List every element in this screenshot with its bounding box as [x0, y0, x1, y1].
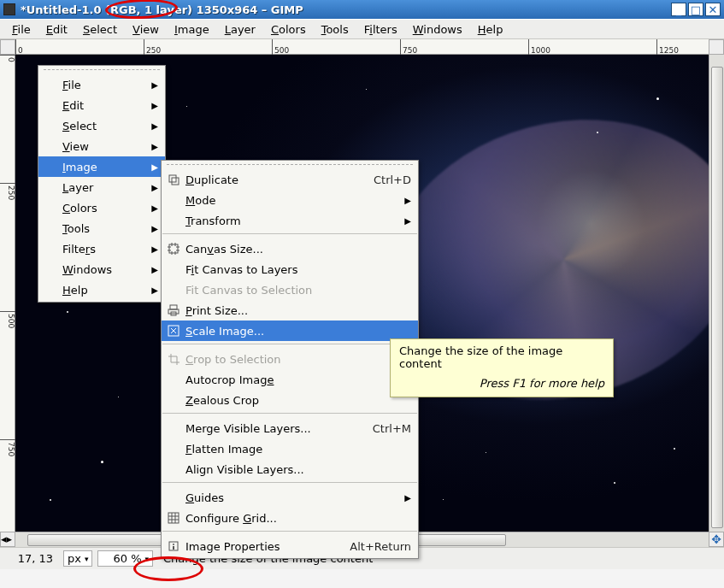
- menu-file[interactable]: File: [5, 21, 38, 38]
- menu-edit[interactable]: Edit: [39, 21, 74, 38]
- menu-item-fit-canvas-to-selection: Fit Canvas to Selection: [162, 279, 418, 300]
- blank-icon: [167, 442, 180, 456]
- blank-icon: [44, 242, 57, 256]
- menu-item-fit-canvas-to-layers[interactable]: Fit Canvas to Layers: [162, 259, 418, 279]
- chevron-right-icon: ▶: [151, 101, 158, 110]
- chevron-right-icon: ▶: [404, 216, 411, 226]
- nav-corner-tr[interactable]: [709, 39, 724, 55]
- menu-item-file[interactable]: File▶: [38, 74, 165, 95]
- menu-item-filters[interactable]: Filters▶: [38, 238, 165, 259]
- menu-item-windows[interactable]: Windows▶: [38, 259, 165, 279]
- menu-item-tools[interactable]: Tools▶: [38, 218, 165, 238]
- menu-item-view[interactable]: View▶: [38, 136, 165, 156]
- menu-item-label: View: [62, 140, 144, 153]
- blank-icon: [167, 393, 180, 407]
- menu-item-mode[interactable]: Mode▶: [162, 190, 418, 210]
- menu-item-label: Filters: [62, 243, 144, 256]
- menu-bar: FileEditSelectViewImageLayerColorsToolsF…: [0, 19, 724, 39]
- blank-icon: [44, 221, 57, 235]
- menu-item-label: Mode: [185, 194, 397, 207]
- svg-rect-10: [173, 546, 174, 550]
- chevron-right-icon: ▶: [151, 285, 158, 295]
- chevron-right-icon: ▶: [151, 203, 158, 213]
- menu-item-transform[interactable]: Transform▶: [162, 210, 418, 231]
- blank-icon: [44, 201, 57, 215]
- menu-item-flatten-image[interactable]: Flatten Image: [162, 438, 418, 459]
- menu-item-label: Zealous Crop: [185, 394, 411, 407]
- menu-item-label: Flatten Image: [185, 443, 411, 456]
- unit-value: px: [68, 552, 81, 565]
- menu-item-label: Duplicate: [185, 173, 374, 186]
- menu-item-image[interactable]: Image▶: [38, 156, 165, 177]
- menu-layer[interactable]: Layer: [218, 21, 262, 38]
- menu-item-label: Layer: [62, 181, 144, 194]
- menu-item-label: Fit Canvas to Selection: [185, 284, 411, 297]
- menu-item-scale-image[interactable]: Scale Image...: [162, 320, 418, 341]
- svg-rect-3: [170, 305, 177, 309]
- blank-icon: [167, 283, 180, 297]
- ruler-corner: [0, 39, 15, 55]
- menu-view[interactable]: View: [126, 21, 166, 38]
- chevron-right-icon: ▶: [151, 121, 158, 131]
- menu-item-label: Tools: [62, 222, 144, 235]
- menu-accelerator: Ctrl+M: [373, 422, 411, 435]
- menu-item-duplicate[interactable]: DuplicateCtrl+D: [162, 169, 418, 190]
- menu-tools[interactable]: Tools: [315, 21, 356, 38]
- menu-item-select[interactable]: Select▶: [38, 115, 165, 136]
- chevron-right-icon: ▶: [151, 162, 158, 172]
- ruler-vertical[interactable]: 0250500750: [0, 55, 15, 532]
- print-icon: [167, 303, 180, 317]
- menu-accelerator: Ctrl+D: [374, 173, 411, 186]
- menu-item-zealous-crop[interactable]: Zealous Crop: [162, 390, 418, 410]
- menu-item-canvas-size[interactable]: Canvas Size...: [162, 238, 418, 259]
- menu-help[interactable]: Help: [471, 21, 510, 38]
- scrollbar-vertical[interactable]: [709, 55, 724, 532]
- blank-icon: [44, 180, 57, 194]
- minimize-button[interactable]: _: [671, 3, 686, 16]
- menu-item-autocrop-image[interactable]: Autocrop Image: [162, 369, 418, 390]
- menu-item-edit[interactable]: Edit▶: [38, 95, 165, 115]
- menu-item-print-size[interactable]: Print Size...: [162, 300, 418, 320]
- close-button[interactable]: ✕: [705, 3, 721, 16]
- menu-item-crop-to-selection: Crop to Selection: [162, 349, 418, 369]
- menu-windows[interactable]: Windows: [406, 21, 469, 38]
- menu-item-merge-visible-layers[interactable]: Merge Visible Layers...Ctrl+M: [162, 418, 418, 438]
- ruler-tick: 1000: [528, 39, 550, 55]
- svg-rect-1: [172, 178, 179, 185]
- ruler-tick: 1250: [656, 39, 679, 55]
- menu-item-guides[interactable]: Guides▶: [162, 487, 418, 508]
- chevron-right-icon: ▶: [151, 183, 158, 192]
- unit-selector[interactable]: px ▾: [63, 550, 92, 567]
- nav-corner-bl[interactable]: ◂▸: [0, 532, 15, 547]
- menu-item-align-visible-layers[interactable]: Align Visible Layers...: [162, 459, 418, 479]
- prop-icon: [167, 539, 180, 553]
- menu-item-configure-grid[interactable]: Configure Grid...: [162, 508, 418, 528]
- context-menu-main: File▶Edit▶Select▶View▶Image▶Layer▶Colors…: [38, 65, 166, 303]
- zoom-selector[interactable]: 60 % ▾: [97, 550, 153, 567]
- menu-colors[interactable]: Colors: [264, 21, 313, 38]
- menu-item-label: Scale Image...: [185, 325, 411, 338]
- maximize-button[interactable]: □: [688, 3, 703, 16]
- menu-item-label: Merge Visible Layers...: [185, 422, 373, 435]
- menu-item-layer[interactable]: Layer▶: [38, 177, 165, 197]
- chevron-right-icon: ▶: [151, 265, 158, 274]
- app-icon: [3, 3, 15, 15]
- menu-select[interactable]: Select: [76, 21, 124, 38]
- menu-item-colors[interactable]: Colors▶: [38, 197, 165, 218]
- menu-item-help[interactable]: Help▶: [38, 279, 165, 300]
- ruler-tick: 750: [0, 439, 15, 456]
- ruler-horizontal[interactable]: 025050075010001250: [15, 39, 709, 55]
- menu-item-label: Crop to Selection: [185, 353, 411, 366]
- blank-icon: [44, 98, 57, 112]
- nav-button[interactable]: ✥: [709, 532, 724, 547]
- menu-item-image-properties[interactable]: Image PropertiesAlt+Return: [162, 536, 418, 556]
- chevron-down-icon: ▾: [85, 555, 89, 563]
- menu-image[interactable]: Image: [168, 21, 216, 38]
- blank-icon: [44, 262, 57, 276]
- menu-item-label: Print Size...: [185, 304, 411, 317]
- ruler-tick: 250: [144, 39, 161, 55]
- tooltip: Change the size of the image content Pre…: [390, 338, 614, 397]
- blank-icon: [44, 139, 57, 153]
- menu-filters[interactable]: Filters: [357, 21, 404, 38]
- blank-icon: [167, 373, 180, 386]
